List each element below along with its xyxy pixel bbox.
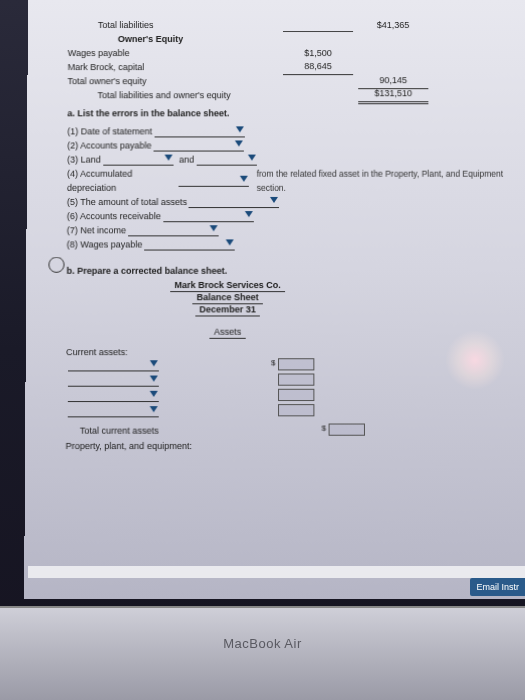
total-current-row: Total current assets $ <box>66 422 518 437</box>
error-1: (1) Date of statement <box>67 124 516 138</box>
error-2-label: (2) Accounts payable <box>67 138 151 152</box>
error-1-label: (1) Date of statement <box>67 124 152 138</box>
error-5-label: (5) The amount of total assets <box>67 195 187 209</box>
label-mark-brock: Mark Brock, capital <box>68 60 145 74</box>
bs-header-block: Mark Brock Services Co. Balance Sheet De… <box>107 280 349 339</box>
ca-amount-1[interactable]: $ <box>278 358 314 370</box>
ca-amount-2[interactable] <box>278 373 314 385</box>
error-6-label: (6) Accounts receivable <box>67 209 161 223</box>
ca-dropdown-4[interactable] <box>68 405 159 417</box>
ca-dropdown-3[interactable] <box>68 389 159 401</box>
row-total-oe: Total owner's equity 90,145 <box>68 74 516 88</box>
row-total-liabilities: Total liabilities $41,365 <box>68 18 515 32</box>
row-owners-equity-hdr: Owner's Equity <box>68 32 516 46</box>
company-name: Mark Brock Services Co. <box>170 280 284 292</box>
total-current-label: Total current assets <box>80 425 159 435</box>
ppe-row: Property, plant, and equipment: <box>66 438 518 453</box>
laptop-brand: MacBook Air <box>0 636 525 651</box>
ca-dropdown-2[interactable] <box>68 374 159 386</box>
window-gap <box>28 566 525 578</box>
error-3-label: (3) Land <box>67 153 101 167</box>
error-5: (5) The amount of total assets <box>67 195 516 209</box>
dropdown-3b[interactable] <box>196 154 256 166</box>
total-current-amount[interactable]: $ <box>329 423 365 435</box>
error-4: (4) Accumulated depreciation from the re… <box>67 167 516 195</box>
error-4-tail: from the related fixed asset in the Prop… <box>257 167 517 195</box>
error-3-and: and <box>179 153 194 167</box>
dropdown-1[interactable] <box>154 125 244 137</box>
current-assets-label: Current assets: <box>66 347 517 357</box>
ca-row-3 <box>66 388 518 403</box>
label-total-liab-oe: Total liabilities and owner's equity <box>67 88 230 102</box>
error-7-label: (7) Net income <box>67 223 126 237</box>
amt-total-liab-oe: $131,510 <box>358 86 428 104</box>
ca-row-4 <box>66 403 518 418</box>
ca-row-2 <box>66 372 518 387</box>
error-3: (3) Land and <box>67 153 516 167</box>
error-8-label: (8) Wages payable <box>67 237 143 251</box>
dropdown-5[interactable] <box>189 196 279 208</box>
laptop-bezel <box>0 606 525 700</box>
amt-mark-brock: 88,645 <box>283 59 353 75</box>
row-mark-brock: Mark Brock, capital 88,645 <box>68 60 516 74</box>
row-total-liab-oe: Total liabilities and owner's equity $13… <box>67 88 515 102</box>
dropdown-6[interactable] <box>163 210 254 222</box>
ca-dropdown-1[interactable] <box>68 359 159 371</box>
dropdown-7[interactable] <box>128 224 219 236</box>
part-b-heading: b. Prepare a corrected balance sheet. <box>66 266 516 276</box>
ca-amount-4[interactable] <box>278 404 314 416</box>
current-assets-area: Current assets: $ Total current assets $ <box>66 347 518 453</box>
dropdown-3a[interactable] <box>103 154 173 166</box>
balance-sheet-date: December 31 <box>195 304 260 316</box>
label-wages-payable: Wages payable <box>68 46 130 60</box>
error-8: (8) Wages payable <box>67 237 517 251</box>
label-total-oe: Total owner's equity <box>68 74 147 88</box>
ca-row-1: $ <box>66 357 517 372</box>
row-wages-payable: Wages payable $1,500 <box>68 46 516 60</box>
ppe-label: Property, plant, and equipment: <box>66 440 192 450</box>
email-instructor-button[interactable]: Email Instr <box>470 578 525 596</box>
dropdown-8[interactable] <box>144 238 235 250</box>
errors-list: (1) Date of statement (2) Accounts payab… <box>67 124 517 251</box>
part-b: b. Prepare a corrected balance sheet. Ma… <box>66 266 518 453</box>
amt-wages-payable: $1,500 <box>283 46 353 60</box>
dropdown-4[interactable] <box>178 175 248 187</box>
balance-sheet-title: Balance Sheet <box>193 292 263 304</box>
part-a-heading: a. List the errors in the balance sheet. <box>67 108 515 118</box>
pen-circle-mark <box>48 257 64 273</box>
assets-header: Assets <box>210 327 245 339</box>
blank-total-liab <box>283 18 353 32</box>
error-4-label: (4) Accumulated depreciation <box>67 167 176 195</box>
error-6: (6) Accounts receivable <box>67 209 517 223</box>
error-7: (7) Net income <box>67 223 517 237</box>
error-2: (2) Accounts payable <box>67 138 516 152</box>
dropdown-2[interactable] <box>154 139 244 151</box>
amt-total-liab: $41,365 <box>358 18 428 32</box>
ca-amount-3[interactable] <box>278 388 314 400</box>
label-total-liabilities: Total liabilities <box>68 18 154 32</box>
owners-equity-header: Owner's Equity <box>68 32 183 46</box>
worksheet-screen: Total liabilities $41,365 Owner's Equity… <box>24 0 525 599</box>
